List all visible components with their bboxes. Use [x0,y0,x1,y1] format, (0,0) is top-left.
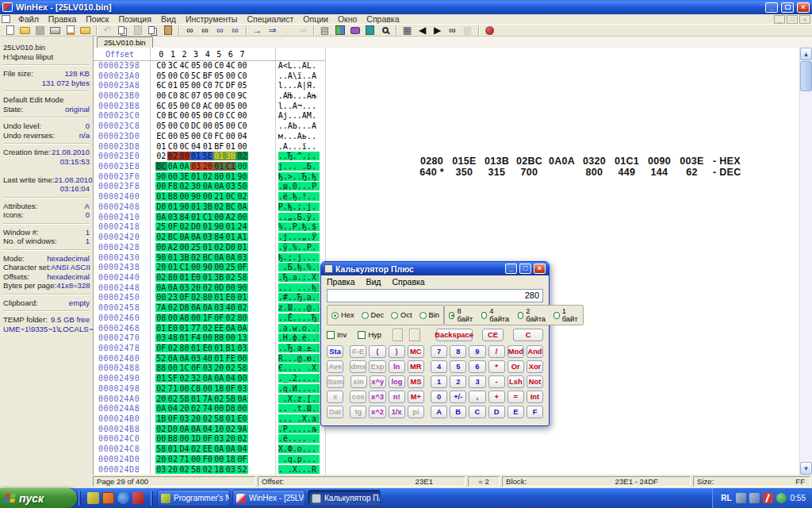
hex-byte[interactable]: 23 [167,293,179,302]
hex-byte[interactable]: 8C [178,91,190,100]
print-icon[interactable] [48,25,62,36]
calc-button-1[interactable]: 1 [431,375,447,388]
radio-Oct[interactable]: Oct [391,311,412,319]
hex-byte[interactable]: C0 [201,81,213,90]
hex-ascii[interactable]: X.Ф.о... [278,444,320,453]
hex-byte[interactable]: 20 [167,465,179,474]
hex-byte[interactable]: 03 [201,233,213,241]
hex-ascii[interactable]: .АЊ...Ањ [278,91,320,100]
hex-byte[interactable]: BC [225,202,237,211]
hex-byte[interactable]: BC [167,233,179,241]
hex-byte[interactable]: D4 [178,444,190,453]
hex-byte[interactable]: 5B [225,394,237,403]
hex-byte[interactable]: 02 [236,152,248,160]
hex-byte[interactable]: 90 [213,222,225,231]
hex-byte[interactable]: 01 [167,444,179,453]
hex-byte[interactable]: 0A [178,162,190,171]
hex-byte[interactable]: 21 [213,192,225,201]
hex-byte[interactable]: 0A [236,394,248,403]
hex-byte[interactable]: 40 [201,354,213,363]
clipboard-write-icon[interactable] [161,25,174,36]
hex-byte[interactable]: 1D [190,434,202,443]
calc-button-7[interactable]: 7 [431,345,447,358]
hex-ascii[interactable]: .ё.ђ.!.. [278,192,320,201]
calc-button-pi[interactable]: pi [408,406,424,418]
hex-byte[interactable]: 04 [190,142,202,151]
hex-byte[interactable]: C0 [178,121,190,130]
hex-byte[interactable]: 01 [155,374,167,383]
hex-byte[interactable]: 04 [236,132,248,140]
tray-antivirus-icon[interactable] [763,493,773,503]
help-icon[interactable] [483,25,496,36]
hex-byte[interactable]: F4 [190,333,202,342]
hex-byte[interactable]: 25 [155,222,167,231]
hex-byte[interactable]: 0A [167,354,179,363]
hex-byte[interactable]: 00 [201,121,213,130]
calc-button-*[interactable]: * [488,360,505,373]
hex-byte[interactable]: 32 [190,374,202,383]
forward-icon[interactable]: ⇒ [296,25,309,36]
hex-byte[interactable]: 01 [213,162,225,171]
hex-byte[interactable]: 0A [225,324,237,333]
hex-byte[interactable]: 0A [190,425,202,433]
hex-byte[interactable]: C8 [190,384,202,393]
hex-byte[interactable]: 00 [155,434,167,443]
hex-byte[interactable]: 03 [225,465,237,474]
hex-byte[interactable]: E0 [190,273,202,282]
hex-byte[interactable]: 01 [225,172,237,181]
taskbar-clock[interactable]: 0:55 [791,494,806,502]
hex-byte[interactable]: 0C [225,192,237,201]
hex-ascii[interactable]: l..А¬... [278,102,320,110]
calc-button-9[interactable]: 9 [469,345,485,358]
calc-button-ln[interactable]: ln [389,360,405,373]
hex-ascii[interactable]: .Ђ.а.;.X [278,273,320,282]
hex-byte[interactable]: 00 [201,333,213,342]
calc-button-C[interactable]: C [469,406,485,418]
hex-byte[interactable]: F0 [201,455,213,464]
hex-byte[interactable]: 0A [190,233,202,241]
hex-byte[interactable]: 00 [201,111,213,120]
hex-byte[interactable]: C0 [178,71,190,80]
calc-button-5[interactable]: 5 [450,360,466,373]
hex-byte[interactable]: 01 [167,263,179,271]
menu-item-Справка[interactable]: Справка [362,14,404,24]
hex-byte[interactable]: 0A [213,182,225,190]
hex-byte[interactable]: 00 [178,111,190,120]
hex-byte[interactable]: 9A [236,425,248,433]
calc-button-,[interactable]: , [469,391,485,403]
calc-button-dms[interactable]: dms [350,360,366,373]
hex-byte[interactable]: B8 [213,333,225,342]
hex-byte[interactable]: 20 [155,263,167,271]
hex-byte[interactable]: E0 [167,324,179,333]
hex-ascii[interactable]: ј... .Б. [278,162,320,171]
hex-byte[interactable]: 0F [167,222,179,231]
hex-byte[interactable]: 02 [178,222,190,231]
hex-byte[interactable]: 01 [213,293,225,302]
hex-byte[interactable]: 05 [155,121,167,130]
hex-byte[interactable]: 0A [236,202,248,211]
close-button[interactable]: × [797,2,810,13]
hex-byte[interactable]: 04 [167,404,179,413]
calc-button-CE[interactable]: CE [482,329,504,341]
magnifier-icon[interactable] [378,25,392,36]
hex-ascii[interactable]: ..Ђ.а.±. [278,344,320,352]
find-next-icon[interactable]: ∞ [446,25,459,36]
hex-ascii[interactable]: z.Ш...@. [278,303,320,312]
hex-byte[interactable]: 00 [155,182,167,190]
hex-byte[interactable]: 00 [225,333,237,342]
calc-button-s[interactable]: s [327,391,343,403]
hex-byte[interactable]: 01 [190,172,202,181]
hex-byte[interactable]: 58 [178,394,190,403]
hex-byte[interactable]: 0A [201,303,213,312]
hex-ascii[interactable]: .q.И.... [278,384,320,393]
hex-byte[interactable]: 90 [178,202,190,211]
hex-byte[interactable]: A8 [178,314,190,322]
calc-button-x^3[interactable]: x^3 [369,391,385,403]
hex-byte[interactable]: 01 [190,394,202,403]
hex-byte[interactable]: 02 [201,172,213,181]
hex-byte[interactable]: 02 [236,192,248,201]
hex-byte[interactable]: 50 [236,182,248,190]
hex-byte[interactable]: 01 [155,192,167,201]
calc-button-4[interactable]: 4 [431,360,447,373]
hex-byte[interactable]: 9C [236,91,248,100]
